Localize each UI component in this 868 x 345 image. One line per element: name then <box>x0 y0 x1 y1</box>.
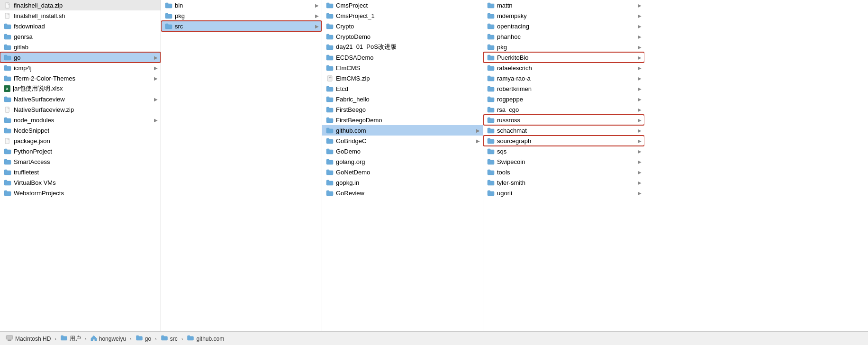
list-item-Swipecoin[interactable]: Swipecoin▶ <box>483 156 644 167</box>
expand-arrow-icon: ▶ <box>636 107 642 112</box>
item-label: SmartAccess <box>14 158 158 165</box>
breadcrumb-label: 用户 <box>70 335 81 343</box>
item-label: CmsProject <box>336 2 480 9</box>
item-label: GoBridgeC <box>336 137 474 145</box>
item-label: ramya-rao-a <box>497 75 636 82</box>
folder-icon <box>487 127 495 134</box>
list-item-mattn[interactable]: mattn▶ <box>483 0 644 10</box>
list-item-PythonProject[interactable]: PythonProject <box>0 146 161 156</box>
list-item-icmp4j[interactable]: icmp4j▶ <box>0 63 161 73</box>
list-item-GoDemo[interactable]: GoDemo <box>322 146 483 156</box>
list-item-phanhoc[interactable]: phanhoc▶ <box>483 31 644 42</box>
item-label: mattn <box>497 2 636 9</box>
list-item-day21_01[interactable]: day21_01_PoS改进版 <box>322 42 483 52</box>
list-item-WebstormProjects[interactable]: WebstormProjects <box>0 188 161 198</box>
list-item-sourcegraph[interactable]: sourcegraph▶ <box>483 136 644 146</box>
breadcrumb-item-0[interactable]: Macintosh HD <box>6 335 51 342</box>
column-1: finalshell_data.zip finalshell_install.s… <box>0 0 161 331</box>
folder-icon <box>326 23 334 29</box>
list-item-CmsProject[interactable]: CmsProject <box>322 0 483 10</box>
list-item-ElmCMS[interactable]: ElmCMS <box>322 63 483 73</box>
list-item-pkg[interactable]: pkg▶ <box>483 42 644 52</box>
list-item-rafaelescrich[interactable]: rafaelescrich▶ <box>483 63 644 73</box>
item-label: bin <box>175 2 313 9</box>
list-item-ramya_rao_a[interactable]: ramya-rao-a▶ <box>483 73 644 83</box>
list-item-robertkrimen[interactable]: robertkrimen▶ <box>483 83 644 94</box>
item-label: Swipecoin <box>497 158 636 165</box>
folder-icon <box>136 335 143 342</box>
folder-icon <box>326 138 334 144</box>
list-item-finalshell_data_zip[interactable]: finalshell_data.zip <box>0 0 161 10</box>
list-item-golang_org[interactable]: golang.org <box>322 156 483 167</box>
list-item-iTerm2[interactable]: iTerm-2-Color-Themes▶ <box>0 73 161 83</box>
list-item-gitlab[interactable]: gitlab <box>0 42 161 52</box>
list-item-node_modules[interactable]: node_modules▶ <box>0 115 161 125</box>
list-item-russross[interactable]: russross▶ <box>483 115 644 125</box>
list-item-NativeSurfaceview[interactable]: NativeSurfaceview▶ <box>0 94 161 104</box>
list-item-rogpeppe[interactable]: rogpeppe▶ <box>483 94 644 104</box>
list-item-CmsProject_1[interactable]: CmsProject_1 <box>322 10 483 21</box>
folder-icon <box>487 117 495 123</box>
list-item-rsa_cgo[interactable]: rsa_cgo▶ <box>483 104 644 115</box>
list-item-opentracing[interactable]: opentracing▶ <box>483 21 644 31</box>
list-item-go[interactable]: go▶ <box>0 52 161 63</box>
list-item-bin[interactable]: bin▶ <box>161 0 322 10</box>
breadcrumb-label: hongweiyu <box>99 336 126 342</box>
breadcrumb-item-5[interactable]: github.com <box>187 335 224 342</box>
list-item-PuerkitoBio[interactable]: PuerkitoBio▶ <box>483 52 644 63</box>
list-item-GoReview[interactable]: GoReview <box>322 188 483 198</box>
list-item-ElmCMS_zip[interactable]: ElmCMS.zip <box>322 73 483 83</box>
list-item-SmartAccess[interactable]: SmartAccess <box>0 156 161 167</box>
list-item-GoNetDemo[interactable]: GoNetDemo <box>322 167 483 177</box>
expand-arrow-icon: ▶ <box>474 138 480 144</box>
list-item-ECDSADemo[interactable]: ECDSADemo <box>322 52 483 63</box>
drive-icon <box>6 335 13 342</box>
item-label: robertkrimen <box>497 85 636 92</box>
list-item-ugorii[interactable]: ugorii▶ <box>483 188 644 198</box>
column-2: bin▶ pkg▶ src▶ <box>161 0 322 331</box>
item-label: Etcd <box>336 85 480 92</box>
list-item-genrsa[interactable]: genrsa <box>0 31 161 42</box>
list-item-NodeSnippet[interactable]: NodeSnippet <box>0 125 161 136</box>
item-label: genrsa <box>14 33 158 40</box>
list-item-jar_xlsx[interactable]: Xjar包使用说明.xlsx <box>0 83 161 94</box>
list-item-fsdownload[interactable]: fsdownload <box>0 21 161 31</box>
breadcrumb-item-2[interactable]: hongweiyu <box>90 335 126 343</box>
list-item-gopkg_in[interactable]: gopkg.in <box>322 177 483 188</box>
list-item-sqs[interactable]: sqs▶ <box>483 146 644 156</box>
list-item-CryptoDemo[interactable]: CryptoDemo <box>322 31 483 42</box>
list-item-truffletest[interactable]: truffletest <box>0 167 161 177</box>
folder-icon <box>487 169 495 175</box>
list-item-tools[interactable]: tools▶ <box>483 167 644 177</box>
list-item-Fabric_hello[interactable]: Fabric_hello <box>322 94 483 104</box>
list-item-tyler_smith[interactable]: tyler-smith▶ <box>483 177 644 188</box>
list-item-schachmat[interactable]: schachmat▶ <box>483 125 644 136</box>
item-label: rafaelescrich <box>497 64 636 72</box>
breadcrumb-item-3[interactable]: go <box>136 335 151 342</box>
svg-rect-2 <box>5 107 9 112</box>
folder-icon <box>326 2 334 9</box>
list-item-Etcd[interactable]: Etcd <box>322 83 483 94</box>
list-item-package_json[interactable]: package.json <box>0 136 161 146</box>
svg-rect-6 <box>6 336 13 339</box>
expand-arrow-icon: ▶ <box>636 34 642 39</box>
folder-icon <box>4 148 11 154</box>
item-label: mdempsky <box>497 12 636 19</box>
list-item-github_com[interactable]: github.com▶ <box>322 125 483 136</box>
list-item-FirstBeegoDemo[interactable]: FirstBeegoDemo <box>322 115 483 125</box>
list-item-pkg[interactable]: pkg▶ <box>161 10 322 21</box>
breadcrumb-label: go <box>145 336 151 342</box>
list-item-FirstBeego[interactable]: FirstBeego <box>322 104 483 115</box>
breadcrumb-item-4[interactable]: src <box>161 335 178 342</box>
list-item-GoBridgeC[interactable]: GoBridgeC▶ <box>322 136 483 146</box>
list-item-VirtualBox_VMs[interactable]: VirtualBox VMs <box>0 177 161 188</box>
list-item-finalshell_install_sh[interactable]: finalshell_install.sh <box>0 10 161 21</box>
folder-icon <box>326 86 334 92</box>
breadcrumb-item-1[interactable]: 用户 <box>60 335 81 343</box>
list-item-src[interactable]: src▶ <box>161 21 322 31</box>
list-item-mdempsky[interactable]: mdempsky▶ <box>483 10 644 21</box>
expand-arrow-icon: ▶ <box>474 128 480 133</box>
list-item-Crypto[interactable]: Crypto <box>322 21 483 31</box>
item-label: ECDSADemo <box>336 54 480 61</box>
list-item-NativeSurfaceview_zip[interactable]: NativeSurfaceview.zip <box>0 104 161 115</box>
